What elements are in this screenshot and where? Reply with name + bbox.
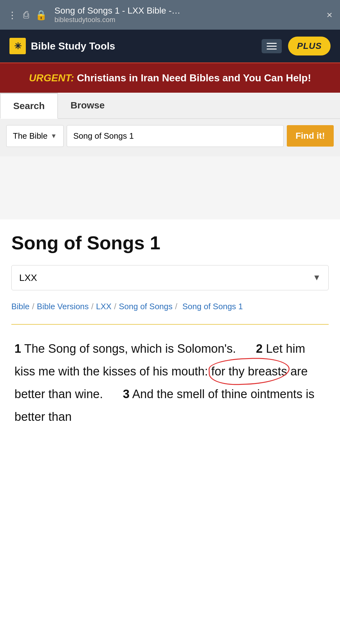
breadcrumb-lxx[interactable]: LXX	[96, 302, 111, 311]
breadcrumb-bible[interactable]: Bible	[11, 302, 30, 311]
dropdown-arrow-icon: ▼	[51, 132, 57, 140]
search-browse-tabs: Search Browse	[0, 93, 340, 119]
search-input[interactable]	[67, 125, 284, 147]
breadcrumb-song-of-songs-1[interactable]: Song of Songs 1	[182, 302, 243, 311]
main-content: Song of Songs 1 LXX ▼ Bible / Bible Vers…	[0, 219, 340, 441]
verse-2-num: 2	[256, 342, 263, 355]
share-icon[interactable]: ⎙	[23, 9, 29, 20]
tab-info: Song of Songs 1 - LXX Bible -… biblestud…	[54, 6, 319, 24]
urgent-label: URGENT:	[29, 72, 74, 84]
hamburger-menu-button[interactable]	[262, 39, 282, 53]
site-logo[interactable]: ✳ Bible Study Tools	[9, 38, 115, 54]
tab-title: Song of Songs 1 - LXX Bible -…	[54, 6, 319, 16]
hamburger-line-1	[267, 43, 277, 44]
plus-button[interactable]: PLUS	[288, 37, 331, 55]
find-it-button[interactable]: Find it!	[287, 125, 334, 147]
breadcrumb-bible-versions[interactable]: Bible Versions	[37, 302, 89, 311]
breadcrumb-sep-3: /	[114, 302, 116, 311]
bible-dropdown-label: The Bible	[13, 131, 48, 141]
lock-icon: 🔒	[35, 9, 47, 20]
breadcrumb-sep-2: /	[91, 302, 94, 311]
ad-space	[0, 156, 340, 219]
site-name: Bible Study Tools	[31, 40, 115, 52]
browser-icons: ⋮ ⎙ 🔒	[8, 9, 47, 20]
hamburger-line-2	[267, 46, 277, 47]
tab-url: biblestudytools.com	[54, 16, 319, 24]
verse-1-num: 1	[14, 342, 21, 355]
breadcrumb: Bible / Bible Versions / LXX / Song of S…	[11, 302, 329, 311]
browser-bar: ⋮ ⎙ 🔒 Song of Songs 1 - LXX Bible -… bib…	[0, 0, 340, 30]
verse-1-text: The Song of songs, which is Solomon's.	[24, 342, 236, 355]
version-dropdown-arrow-icon: ▼	[313, 273, 321, 282]
logo-icon: ✳	[9, 38, 26, 54]
urgent-banner[interactable]: URGENT: Christians in Iran Need Bibles a…	[0, 62, 340, 93]
breadcrumb-sep-4: /	[175, 302, 177, 311]
version-dropdown[interactable]: LXX ▼	[11, 265, 329, 290]
hamburger-line-3	[267, 49, 277, 49]
tab-close-button[interactable]: ×	[326, 9, 332, 21]
search-form: The Bible ▼ Find it!	[0, 119, 340, 156]
bible-text: 1 The Song of songs, which is Solomon's.…	[11, 337, 329, 428]
breadcrumb-song-of-songs[interactable]: Song of Songs	[119, 302, 173, 311]
urgent-text: Christians in Iran Need Bibles and You C…	[77, 72, 311, 84]
header-right: PLUS	[262, 37, 331, 55]
version-selected-label: LXX	[19, 272, 37, 283]
chapter-title: Song of Songs 1	[11, 232, 329, 254]
annotated-phrase: for thy breasts	[211, 360, 287, 383]
tab-browse[interactable]: Browse	[58, 93, 117, 118]
tab-search[interactable]: Search	[0, 93, 58, 119]
site-header: ✳ Bible Study Tools PLUS	[0, 30, 340, 62]
verse-3-num: 3	[123, 387, 129, 401]
bible-dropdown[interactable]: The Bible ▼	[6, 125, 64, 147]
content-divider	[11, 324, 329, 325]
breadcrumb-sep-1: /	[32, 302, 34, 311]
menu-dots-icon[interactable]: ⋮	[8, 9, 17, 20]
